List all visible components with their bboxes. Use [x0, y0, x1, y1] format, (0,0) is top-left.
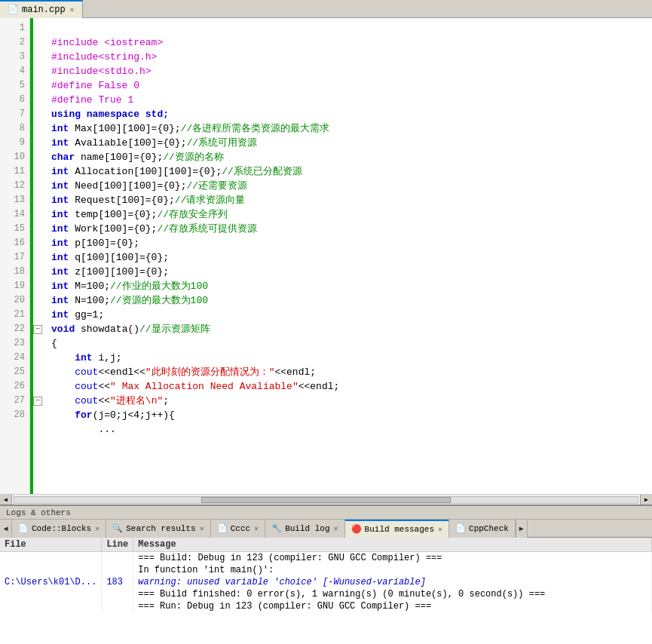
log-file — [0, 564, 102, 576]
logs-tab-codeblocks[interactable]: 📄 Code::Blocks ✕ — [12, 520, 106, 538]
logs-tab-codeblocks-label: Code::Blocks — [32, 524, 91, 533]
fold-button-22[interactable]: − — [33, 325, 42, 334]
logs-tab-search[interactable]: 🔍 Search results ✕ — [106, 520, 210, 538]
code-content[interactable]: #include <iostream> #include<string.h> #… — [45, 18, 652, 494]
logs-tab-buildlog[interactable]: 🔧 Build log ✕ — [265, 520, 344, 538]
log-message: === Build finished: 0 error(s), 1 warnin… — [133, 588, 652, 600]
scroll-right-button[interactable]: ▶ — [640, 495, 652, 505]
log-file — [0, 588, 102, 600]
logs-header: Logs & others — [0, 506, 652, 520]
log-line — [102, 588, 133, 600]
fold-gutter: − − — [33, 18, 45, 494]
tab-main-cpp[interactable]: 📄 main.cpp ✕ — [0, 0, 83, 18]
table-row: === Build finished: 0 error(s), 1 warnin… — [0, 588, 652, 600]
scroll-track[interactable] — [14, 496, 638, 504]
search-icon: 🔍 — [112, 523, 123, 533]
logs-section: Logs & others ◀ 📄 Code::Blocks ✕ 🔍 Searc… — [0, 504, 652, 644]
cppcheck-icon: 📄 — [455, 523, 466, 533]
scroll-thumb[interactable] — [201, 497, 451, 503]
logs-tab-search-close[interactable]: ✕ — [200, 524, 204, 533]
col-header-file: File — [0, 538, 102, 552]
log-file[interactable]: C:\Users\k01\D... — [0, 576, 102, 588]
logs-tab-buildlog-label: Build log — [285, 524, 329, 533]
logs-tab-cccc[interactable]: 📄 Cccc ✕ — [211, 520, 265, 538]
logs-tab-cccc-label: Cccc — [231, 524, 250, 533]
logs-tab-cccc-close[interactable]: ✕ — [254, 524, 259, 533]
logs-content: File Line Message === Build: Debug in 12… — [0, 538, 652, 644]
log-file — [0, 552, 102, 565]
table-row: === Run: Debug in 123 (compiler: GNU GCC… — [0, 600, 652, 612]
buildlog-icon: 🔧 — [271, 523, 282, 533]
log-message: warning: unused variable 'choice' [-Wunu… — [133, 576, 652, 588]
fold-button-27[interactable]: − — [33, 397, 42, 406]
log-message: === Run: Debug in 123 (compiler: GNU GCC… — [133, 600, 652, 612]
log-file — [0, 600, 102, 612]
log-line — [102, 600, 133, 612]
logs-header-label: Logs & others — [6, 508, 71, 517]
cccc-icon: 📄 — [217, 523, 228, 533]
col-header-line: Line — [102, 538, 133, 552]
codeblocks-icon: 📄 — [18, 523, 29, 533]
logs-tab-buildmsg[interactable]: 🔴 Build messages ✕ — [345, 520, 449, 538]
table-row: === Build: Debug in 123 (compiler: GNU G… — [0, 552, 652, 565]
tab-label: main.cpp — [22, 5, 66, 15]
logs-tab-buildmsg-close[interactable]: ✕ — [438, 525, 442, 534]
table-row: C:\Users\k01\D... 183 warning: unused va… — [0, 576, 652, 588]
horizontal-scrollbar[interactable]: ◀ ▶ — [0, 494, 652, 504]
logs-table: File Line Message === Build: Debug in 12… — [0, 538, 652, 612]
col-header-message: Message — [133, 538, 652, 552]
editor-container: 12345 678910 1112131415 1617181920 21222… — [0, 18, 652, 504]
logs-tab-cppcheck-label: CppCheck — [469, 524, 509, 533]
log-line — [102, 564, 133, 576]
table-row: In function 'int main()': — [0, 564, 652, 576]
logs-tab-codeblocks-close[interactable]: ✕ — [95, 524, 99, 533]
logs-tab-search-label: Search results — [126, 524, 195, 533]
logs-tab-cppcheck[interactable]: 📄 CppCheck — [449, 520, 516, 538]
logs-tab-buildmsg-label: Build messages — [365, 525, 434, 534]
log-line: 183 — [102, 576, 133, 588]
logs-table-header: File Line Message — [0, 538, 652, 552]
logs-tab-scroll-right[interactable]: ▶ — [516, 520, 528, 538]
log-message: In function 'int main()': — [133, 564, 652, 576]
logs-tab-bar: ◀ 📄 Code::Blocks ✕ 🔍 Search results ✕ 📄 … — [0, 520, 652, 538]
log-message: === Build: Debug in 123 (compiler: GNU G… — [133, 552, 652, 565]
line-numbers: 12345 678910 1112131415 1617181920 21222… — [0, 18, 30, 494]
scroll-left-button[interactable]: ◀ — [0, 495, 12, 505]
tab-close-button[interactable]: ✕ — [70, 5, 75, 14]
buildmsg-icon: 🔴 — [351, 524, 362, 534]
editor-tab-bar: 📄 main.cpp ✕ — [0, 0, 652, 18]
file-icon: 📄 — [8, 4, 19, 15]
code-area: 12345 678910 1112131415 1617181920 21222… — [0, 18, 652, 494]
logs-tab-buildlog-close[interactable]: ✕ — [334, 524, 338, 533]
logs-table-body: === Build: Debug in 123 (compiler: GNU G… — [0, 552, 652, 613]
logs-tab-scroll-left[interactable]: ◀ — [0, 520, 12, 538]
log-line — [102, 552, 133, 565]
